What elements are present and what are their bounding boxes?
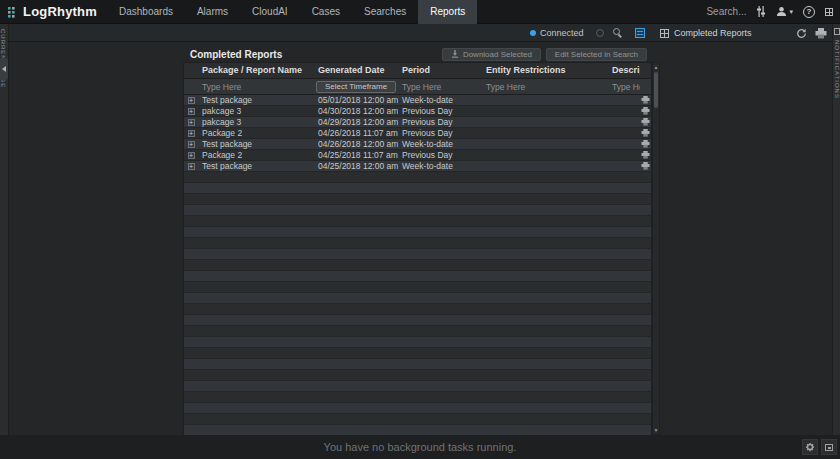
panel-header: Completed Reports Download Selected Edit…: [183, 46, 660, 62]
expand-icon[interactable]: +: [184, 141, 198, 148]
logo-text: LogRhythm: [23, 4, 97, 19]
cell-report-name: Test package: [198, 139, 314, 150]
select-timeframe-button[interactable]: Select Timeframe: [316, 81, 396, 93]
empty-table-row: [184, 315, 651, 326]
apps-icon[interactable]: [825, 8, 833, 16]
cell-generated-date: 05/01/2018 12:00 am: [314, 95, 398, 106]
empty-table-row: [184, 370, 651, 381]
refresh-icon[interactable]: [796, 28, 807, 39]
table-row[interactable]: +Test package04/26/2018 12:00 amWeek-to-…: [184, 139, 651, 150]
name-filter-input[interactable]: Type Here: [198, 82, 314, 92]
view-selector[interactable]: Completed Reports: [660, 24, 752, 42]
expand-icon[interactable]: +: [184, 152, 198, 159]
expand-column-header: [184, 63, 198, 78]
cell-report-name: Package 2: [198, 150, 314, 161]
expand-icon[interactable]: +: [184, 119, 198, 126]
connection-status: Connected: [530, 24, 604, 42]
cell-generated-date: 04/29/2018 12:00 am: [314, 117, 398, 128]
tab-cases[interactable]: Cases: [300, 0, 352, 24]
cell-period: Previous Day: [398, 128, 482, 139]
notifications-icon: [834, 28, 840, 35]
report-view-icon[interactable]: [635, 28, 645, 38]
row-print-icon[interactable]: [640, 96, 651, 104]
row-print-icon[interactable]: [640, 118, 651, 126]
empty-table-row: [184, 216, 651, 227]
expand-icon[interactable]: +: [184, 108, 198, 115]
empty-table-row: [184, 359, 651, 370]
scroll-down-icon[interactable]: ▼: [653, 426, 659, 434]
column-header-description: Description: [608, 63, 640, 78]
top-navigation-bar: LogRhythm DashboardsAlarmsCloudAICasesSe…: [0, 0, 840, 24]
table-body: +Test package05/01/2018 12:00 amWeek-to-…: [184, 95, 651, 436]
cell-report-name: pakcage 3: [198, 117, 314, 128]
empty-table-row: [184, 403, 651, 414]
user-menu[interactable]: ▾: [776, 6, 793, 17]
scroll-up-icon[interactable]: ▲: [653, 63, 659, 71]
cell-period: Week-to-date: [398, 139, 482, 150]
row-print-icon[interactable]: [640, 162, 651, 170]
table-scrollbar[interactable]: ▲ ▼: [652, 62, 660, 435]
page-title: Completed Reports: [183, 49, 282, 60]
empty-table-row: [184, 260, 651, 271]
status-circle-icon: [596, 29, 604, 37]
expand-icon[interactable]: +: [184, 163, 198, 170]
empty-table-row: [184, 227, 651, 238]
tab-reports[interactable]: Reports: [418, 0, 477, 24]
sliders-icon[interactable]: [756, 6, 766, 17]
cell-report-name: Test package: [198, 161, 314, 172]
expand-icon[interactable]: +: [184, 97, 198, 104]
reports-toolbar: Connected Completed Reports: [9, 24, 832, 42]
settings-button[interactable]: [802, 439, 818, 455]
row-print-icon[interactable]: [640, 107, 651, 115]
row-print-icon[interactable]: [640, 151, 651, 159]
search-icon[interactable]: [613, 28, 623, 38]
table-row[interactable]: +Test package04/25/2018 12:00 amWeek-to-…: [184, 161, 651, 172]
cell-report-name: Test package: [198, 95, 314, 106]
expand-icon[interactable]: +: [184, 130, 198, 137]
print-icon[interactable]: [815, 28, 827, 39]
table-row[interactable]: +pakcage 304/29/2018 12:00 amPrevious Da…: [184, 117, 651, 128]
grid-icon: [660, 29, 669, 38]
window-toggle-button[interactable]: [821, 439, 837, 455]
current-case-expand-handle[interactable]: [0, 58, 8, 80]
table-row[interactable]: +Package 204/25/2018 11:07 amPrevious Da…: [184, 150, 651, 161]
status-bar: You have no background tasks running.: [0, 435, 840, 459]
row-print-icon[interactable]: [640, 140, 651, 148]
entity-filter-input[interactable]: Type Here: [482, 82, 608, 92]
topbar-right-cluster: Search... ▾ ?: [706, 6, 840, 18]
empty-table-row: [184, 172, 651, 183]
row-print-icon[interactable]: [640, 129, 651, 137]
cell-generated-date: 04/26/2018 12:00 am: [314, 139, 398, 150]
table-row[interactable]: +Test package05/01/2018 12:00 amWeek-to-…: [184, 95, 651, 106]
empty-table-row: [184, 392, 651, 403]
edit-selected-in-search-button[interactable]: Edit Selected in Search: [546, 48, 647, 61]
empty-table-row: [184, 326, 651, 337]
tab-alarms[interactable]: Alarms: [185, 0, 240, 24]
help-icon[interactable]: ?: [803, 6, 815, 18]
cell-generated-date: 04/30/2018 12:00 am: [314, 106, 398, 117]
tab-cloudai[interactable]: CloudAI: [240, 0, 300, 24]
cell-period: Week-to-date: [398, 161, 482, 172]
table-row[interactable]: +pakcage 304/30/2018 12:00 amPrevious Da…: [184, 106, 651, 117]
background-tasks-message: You have no background tasks running.: [324, 441, 517, 453]
notifications-drawer[interactable]: NOTIFICATIONS: [832, 24, 840, 435]
table-row[interactable]: +Package 204/26/2018 11:07 amPrevious Da…: [184, 128, 651, 139]
main-content: Completed Reports Download Selected Edit…: [9, 42, 832, 435]
notifications-label: NOTIFICATIONS: [834, 40, 840, 99]
download-selected-button[interactable]: Download Selected: [442, 48, 541, 61]
current-case-drawer[interactable]: CURRENT CASE: [0, 24, 9, 435]
panel-buttons: Download Selected Edit Selected in Searc…: [442, 48, 647, 61]
empty-table-row: [184, 282, 651, 293]
description-filter-input[interactable]: Type Here: [608, 82, 640, 92]
empty-table-row: [184, 183, 651, 194]
download-icon: [451, 50, 459, 58]
tab-searches[interactable]: Searches: [352, 0, 418, 24]
scrollbar-thumb[interactable]: [654, 72, 658, 108]
column-header-period: Period: [398, 63, 482, 78]
period-filter-input[interactable]: Type Here: [398, 82, 482, 92]
tab-dashboards[interactable]: Dashboards: [107, 0, 185, 24]
cell-report-name: Package 2: [198, 128, 314, 139]
logrhythm-logo-icon: [7, 6, 19, 18]
cell-period: Week-to-date: [398, 95, 482, 106]
search-input[interactable]: Search...: [706, 6, 746, 17]
